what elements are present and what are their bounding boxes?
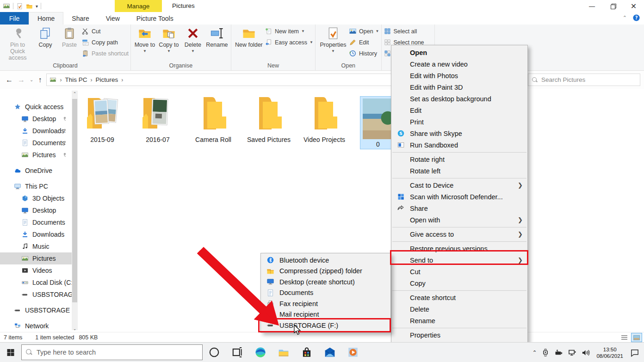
menu-item-properties[interactable]: Properties <box>391 329 527 341</box>
new-folder-button[interactable]: New folder <box>233 25 265 49</box>
paste-button[interactable]: Paste <box>57 25 81 49</box>
menu-item-copy[interactable]: Copy <box>391 277 527 289</box>
menu-item-set-as-desktop-background[interactable]: Set as desktop background <box>391 93 527 104</box>
sidebar-item-documents[interactable]: Documents <box>0 137 72 149</box>
copy-to-button[interactable]: Copy to▼ <box>157 25 181 55</box>
folder-tile-camera-roll[interactable]: Camera Roll <box>193 95 233 149</box>
sidebar-item-this-pc[interactable]: This PC <box>0 180 72 192</box>
menu-item-open[interactable]: Open <box>391 47 527 58</box>
breadcrumb-this-pc[interactable]: This PC <box>65 76 87 83</box>
delete-button[interactable]: Delete▼ <box>181 25 205 55</box>
taskbar-app-mail-app[interactable] <box>318 343 341 362</box>
scroll-up-icon[interactable]: ⌃ <box>72 91 78 97</box>
menu-item-scan-with-microsoft-defender-[interactable]: Scan with Microsoft Defender... <box>391 191 527 202</box>
taskbar-search[interactable]: Type here to search <box>21 344 203 360</box>
search-box[interactable]: Search Pictures <box>528 74 640 86</box>
sidebar-item-desktop[interactable]: Desktop <box>0 204 72 216</box>
thumbnails-view-button[interactable] <box>631 333 642 342</box>
tab-picture-tools[interactable]: Picture Tools <box>128 12 182 25</box>
sidebar-item-documents[interactable]: Documents <box>0 216 72 228</box>
folder-tile-2015-09[interactable]: 2015-09 <box>82 95 122 149</box>
copy-path-button[interactable]: Copy path <box>81 38 129 46</box>
sidebar-item-desktop[interactable]: Desktop <box>0 113 72 125</box>
sidebar-item-usbstorage-f-[interactable]: USBSTORAGE (F: <box>0 288 72 301</box>
restore-button[interactable] <box>602 0 623 12</box>
pin-to-quick-access-button[interactable]: Pin to Quick access <box>2 25 33 62</box>
minimize-button[interactable]: — <box>582 0 602 12</box>
menu-item-share-with-skype[interactable]: SShare with Skype <box>391 128 527 139</box>
contextual-tab-group-manage[interactable]: Manage <box>115 0 162 12</box>
menu-item-cast-to-device[interactable]: Cast to Device❯ <box>391 179 527 191</box>
sidebar-item-network[interactable]: Network <box>0 320 72 332</box>
action-center-icon[interactable] <box>630 348 639 357</box>
menu-item-rotate-right[interactable]: Rotate right <box>391 153 527 165</box>
sidebar-item-downloads[interactable]: Downloads <box>0 228 72 240</box>
details-view-button[interactable] <box>619 333 630 342</box>
taskbar-app-task-view[interactable] <box>226 343 249 362</box>
paste-shortcut-button[interactable]: Paste shortcut <box>81 49 129 57</box>
copy-button[interactable]: Copy <box>33 25 57 49</box>
back-button[interactable]: ← <box>6 76 13 84</box>
help-icon[interactable]: ? <box>632 14 640 22</box>
move-to-button[interactable]: Move to▼ <box>133 25 157 55</box>
select-all-button[interactable]: Select all <box>384 27 433 35</box>
scrollbar-thumb[interactable] <box>72 99 77 302</box>
menu-item-edit-with-photos[interactable]: Edit with Photos <box>391 70 527 81</box>
up-button[interactable]: ↑ <box>38 76 42 84</box>
qat-newfolder-icon[interactable] <box>26 3 33 10</box>
taskbar-clock[interactable]: 13:50 08/06/2021 <box>596 346 623 359</box>
tab-view[interactable]: View <box>98 12 128 25</box>
sidebar-item-videos[interactable]: Videos <box>0 264 72 276</box>
sidebar-item-quick-access[interactable]: Quick access <box>0 101 72 113</box>
folder-tile-2016-07[interactable]: 2016-07 <box>138 95 178 149</box>
properties-button[interactable]: Properties▼ <box>317 25 349 55</box>
new-item-button[interactable]: New item▼ <box>265 27 313 35</box>
menu-item-open-with[interactable]: Open with❯ <box>391 214 527 226</box>
tray-battery-icon[interactable] <box>554 348 564 357</box>
taskbar-app-media-player[interactable] <box>341 343 365 362</box>
menu-item-print[interactable]: Print <box>391 116 527 128</box>
sidebar-item-downloads[interactable]: Downloads <box>0 125 72 137</box>
taskbar-app-edge[interactable] <box>249 343 272 362</box>
history-button[interactable]: History <box>349 49 379 57</box>
menu-item-rename[interactable]: Rename <box>391 315 527 326</box>
tab-share[interactable]: Share <box>63 12 97 25</box>
rename-button[interactable]: Rename <box>205 25 229 49</box>
menu-item-edit[interactable]: Edit <box>391 104 527 116</box>
taskbar-app-file-explorer[interactable] <box>272 343 295 362</box>
qat-customize-chevron-icon[interactable]: ▾ <box>36 4 38 9</box>
sidebar-item-local-disk-c-[interactable]: Local Disk (C:) <box>0 276 72 288</box>
taskbar-app-store[interactable] <box>295 343 318 362</box>
menu-item-create-a-new-video[interactable]: Create a new video <box>391 58 527 70</box>
tray-volume-icon[interactable] <box>581 348 590 357</box>
start-button[interactable] <box>0 343 21 362</box>
sidebar-scrollbar[interactable]: ⌃ ⌄ <box>72 91 78 330</box>
scroll-down-icon[interactable]: ⌄ <box>72 325 78 331</box>
breadcrumb-pictures[interactable]: Pictures <box>95 76 118 83</box>
qat-properties-icon[interactable] <box>16 3 23 10</box>
recent-locations-chevron-icon[interactable]: ⌄ <box>30 77 33 82</box>
menu-item-rotate-left[interactable]: Rotate left <box>391 165 527 177</box>
menu-item-delete[interactable]: Delete <box>391 303 527 315</box>
menu-item-edit-with-paint-3d[interactable]: Edit with Paint 3D <box>391 81 527 93</box>
folder-tile-saved-pictures[interactable]: Saved Pictures <box>249 95 289 149</box>
tab-file[interactable]: File <box>0 12 29 25</box>
sidebar-item-pictures[interactable]: Pictures <box>0 252 72 264</box>
folder-tile-video-projects[interactable]: Video Projects <box>304 95 344 149</box>
tray-network-icon[interactable] <box>568 348 577 357</box>
collapse-ribbon-chevron-icon[interactable]: ⌃ <box>623 15 627 21</box>
sidebar-item-3d-objects[interactable]: 3D Objects <box>0 192 72 204</box>
tray-expand-chevron-icon[interactable]: ⌃ <box>532 350 537 356</box>
menu-item-run-sandboxed[interactable]: Run Sandboxed <box>391 139 527 151</box>
menu-item-cut[interactable]: Cut <box>391 266 527 277</box>
tray-device-icon[interactable] <box>541 348 550 357</box>
forward-button[interactable]: → <box>18 76 25 84</box>
cut-button[interactable]: Cut <box>81 27 129 35</box>
easy-access-button[interactable]: Easy access▼ <box>265 38 313 46</box>
tab-home[interactable]: Home <box>29 12 63 25</box>
edit-button[interactable]: Edit <box>349 38 379 46</box>
close-button[interactable]: ✕ <box>623 0 644 12</box>
sidebar-item-music[interactable]: Music <box>0 240 72 252</box>
menu-item-create-shortcut[interactable]: Create shortcut <box>391 292 527 303</box>
open-button[interactable]: Open▼ <box>349 27 379 35</box>
